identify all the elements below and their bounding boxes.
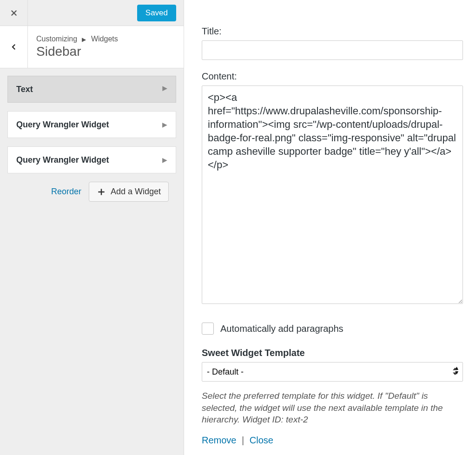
widget-item-qww-2[interactable]: Query Wrangler Widget ▶ — [7, 146, 176, 173]
top-bar-actions: Saved — [28, 5, 184, 21]
widget-item-qww-1[interactable]: Query Wrangler Widget ▶ — [7, 111, 176, 138]
widget-list: Text ◀ Query Wrangler Widget ▶ Query Wra… — [0, 68, 184, 209]
add-widget-label: Add a Widget — [111, 187, 161, 197]
widget-item-label: Query Wrangler Widget — [16, 120, 109, 130]
title-input[interactable] — [202, 40, 463, 60]
auto-paragraph-checkbox[interactable] — [202, 323, 214, 335]
template-label: Sweet Widget Template — [202, 348, 463, 358]
back-button[interactable] — [0, 26, 28, 68]
remove-link[interactable]: Remove — [202, 435, 236, 445]
header-text: Customizing ▶ Widgets Sidebar — [28, 28, 126, 66]
form-action-links: Remove | Close — [202, 435, 463, 446]
saved-button[interactable]: Saved — [137, 5, 176, 21]
widget-actions: Reorder Add a Widget — [7, 182, 176, 202]
add-widget-button[interactable]: Add a Widget — [89, 182, 169, 202]
template-select-wrap: - Default - ▴▾ — [202, 362, 463, 390]
caret-right-icon: ▶ — [82, 36, 86, 43]
breadcrumb-widgets: Widgets — [91, 35, 118, 43]
close-link[interactable]: Close — [250, 435, 273, 445]
widget-form: Title: Content: <p><a href="https://www.… — [184, 0, 476, 455]
content-label: Content: — [202, 71, 463, 82]
template-select[interactable]: - Default - — [202, 362, 463, 382]
caret-right-icon: ▶ — [162, 121, 167, 128]
caret-left-icon: ◀ — [162, 86, 167, 93]
content-textarea[interactable]: <p><a href="https://www.drupalasheville.… — [202, 86, 463, 304]
customizer-sidebar: Saved Customizing ▶ Widgets Sidebar Text… — [0, 0, 184, 455]
auto-paragraph-label: Automatically add paragraphs — [220, 323, 344, 334]
divider: | — [242, 435, 244, 445]
breadcrumb: Customizing ▶ Widgets — [36, 35, 118, 43]
widget-item-text[interactable]: Text ◀ — [7, 76, 176, 103]
auto-paragraph-row: Automatically add paragraphs — [202, 323, 463, 335]
widget-item-label: Query Wrangler Widget — [16, 155, 109, 165]
close-button[interactable] — [0, 0, 28, 26]
title-label: Title: — [202, 26, 463, 37]
plus-icon — [97, 187, 106, 197]
breadcrumb-root: Customizing — [36, 35, 77, 43]
top-bar: Saved — [0, 0, 184, 26]
section-title: Sidebar — [36, 44, 118, 59]
chevron-left-icon — [10, 43, 18, 51]
template-help-text: Select the preferred template for this w… — [202, 390, 463, 426]
caret-right-icon: ▶ — [162, 156, 167, 164]
reorder-link[interactable]: Reorder — [51, 187, 81, 197]
widget-item-label: Text — [16, 85, 33, 94]
header-section: Customizing ▶ Widgets Sidebar — [0, 26, 184, 68]
close-icon — [10, 9, 18, 17]
